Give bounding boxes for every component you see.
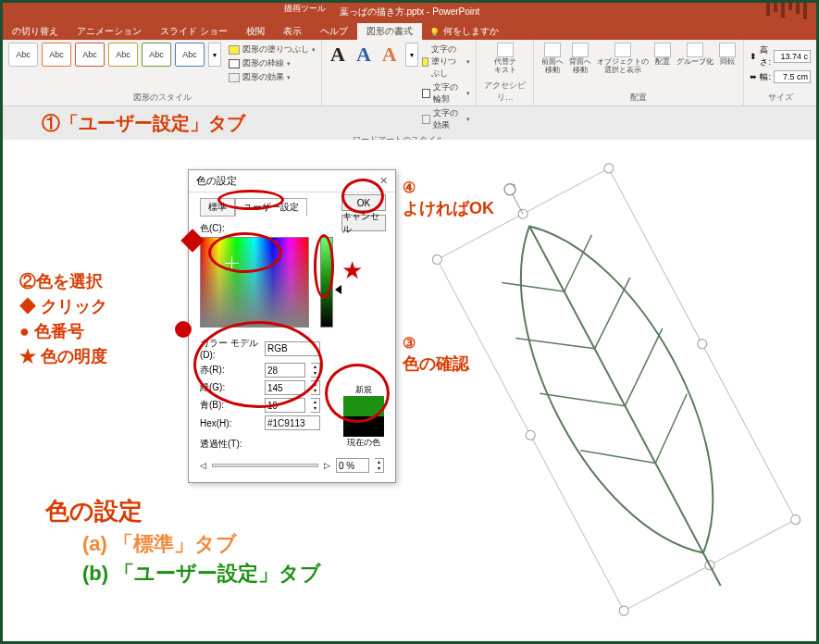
shape-fill-button[interactable]: 図形の塗りつぶし▾ [229, 43, 316, 56]
luminance-pointer[interactable] [335, 285, 341, 294]
svg-point-3 [617, 604, 630, 617]
tell-me[interactable]: 何をしますか [422, 23, 506, 40]
selection-pane-button[interactable]: オブジェクトの 選択と表示 [595, 43, 651, 75]
title-decoration [766, 3, 809, 19]
outline-icon [229, 59, 240, 68]
width-label: 幅: [760, 71, 771, 83]
style-preset[interactable]: Abc [8, 43, 38, 67]
svg-line-16 [602, 328, 687, 406]
svg-point-8 [696, 338, 709, 351]
red-input[interactable] [265, 363, 305, 378]
blue-input[interactable] [265, 398, 305, 413]
ok-button[interactable]: OK [341, 194, 386, 211]
new-color-swatch [343, 396, 384, 416]
group-icon [687, 43, 703, 57]
svg-point-2 [602, 162, 615, 175]
tab-view[interactable]: 表示 [274, 23, 311, 40]
color-model-select[interactable] [265, 341, 320, 356]
current-color-swatch [343, 416, 384, 437]
gallery-more-icon[interactable]: ▾ [208, 43, 221, 67]
transparency-label: 透過性(T): [200, 438, 242, 451]
wordart-gallery[interactable]: A A A ▾ [328, 43, 418, 67]
bulb-icon [429, 27, 440, 37]
dialog-titlebar[interactable]: 色の設定 ✕ [189, 170, 395, 192]
rotate-icon [719, 43, 736, 57]
align-icon [654, 43, 671, 57]
annotation-option-b: (b) 「ユーザー設定」タブ [82, 560, 321, 588]
tab-help[interactable]: ヘルプ [311, 23, 357, 40]
spectrum-cursor[interactable] [227, 258, 237, 268]
transparency-slider[interactable] [212, 464, 318, 467]
style-preset[interactable]: Abc [75, 43, 105, 67]
bring-forward-button[interactable]: 前面へ 移動 [540, 43, 565, 75]
height-row: ⬍ 高さ: [750, 44, 811, 68]
green-input[interactable] [265, 380, 305, 395]
height-icon: ⬍ [750, 52, 757, 61]
tab-animation[interactable]: アニメーション [68, 23, 151, 40]
tab-shape-format[interactable]: 図形の書式 [357, 23, 422, 40]
tab-custom[interactable]: ユーザー設定 [235, 198, 307, 217]
green-spinner[interactable]: ▴▾ [311, 380, 320, 395]
red-spinner[interactable]: ▴▾ [311, 363, 320, 378]
shape-style-gallery[interactable]: Abc Abc Abc Abc Abc Abc ▾ 図形の塗りつぶし▾ 図形の枠… [8, 43, 316, 84]
red-label: 赤(R): [200, 364, 259, 377]
svg-point-10 [503, 182, 517, 197]
align-label: 配置 [655, 58, 670, 67]
fill-icon [422, 57, 428, 67]
svg-point-4 [789, 514, 802, 526]
color-spectrum[interactable] [200, 237, 309, 328]
tab-slideshow[interactable]: スライド ショー [151, 23, 237, 40]
luminance-slider[interactable] [320, 237, 333, 328]
height-label: 高さ: [760, 44, 771, 68]
height-input[interactable] [774, 50, 811, 63]
tab-standard[interactable]: 標準 [200, 198, 235, 217]
text-effects-button[interactable]: 文字の効果▾ [422, 106, 470, 132]
group-button[interactable]: グループ化 [675, 43, 715, 75]
dialog-title: 色の設定 [196, 174, 237, 188]
wordart-preset[interactable]: A [379, 43, 400, 67]
gallery-more-icon[interactable]: ▾ [405, 43, 418, 67]
send-backward-button[interactable]: 背面へ 移動 [567, 43, 593, 75]
alt-text-button[interactable]: 代替テ キスト [482, 43, 528, 75]
svg-line-19 [580, 422, 655, 491]
svg-line-9 [512, 193, 523, 214]
text-style-group: 文字の塗りつぶし▾ 文字の輪郭▾ 文字の効果▾ [422, 43, 470, 132]
width-input[interactable] [774, 70, 811, 83]
cancel-button[interactable]: キャンセル [341, 215, 386, 231]
shape-fill-label: 図形の塗りつぶし [242, 43, 309, 56]
hex-input[interactable] [265, 415, 320, 430]
style-preset[interactable]: Abc [42, 43, 71, 67]
text-fill-button[interactable]: 文字の塗りつぶし▾ [422, 43, 470, 80]
style-preset[interactable]: Abc [175, 43, 205, 67]
green-label: 緑(G): [200, 381, 259, 394]
color-model-label: カラー モデル(D): [200, 337, 259, 360]
slide-canvas[interactable]: 色の設定 ✕ 標準 ユーザー設定 OK キャンセル 色(C): カラー モデル(… [3, 140, 816, 641]
wordart-preset[interactable]: A [328, 43, 348, 67]
style-preset[interactable]: Abc [142, 43, 171, 67]
transparency-spinner[interactable]: ▴▾ [375, 458, 384, 473]
svg-line-14 [573, 278, 651, 349]
group-label-size: サイズ [750, 92, 811, 104]
annotation-option-a: (a) 「標準」タブ [82, 530, 237, 558]
shape-outline-button[interactable]: 図形の枠線▾ [229, 56, 316, 70]
tab-review[interactable]: 校閲 [237, 23, 274, 40]
group-label-styles: 図形のスタイル [8, 92, 316, 104]
align-button[interactable]: 配置 [652, 43, 673, 75]
group-label-accessibility: アクセシビリ… [482, 80, 528, 104]
effects-icon [229, 73, 240, 82]
svg-line-12 [547, 235, 609, 291]
tab-transition[interactable]: の切り替え [3, 23, 68, 40]
color-dialog[interactable]: 色の設定 ✕ 標準 ユーザー設定 OK キャンセル 色(C): カラー モデル(… [188, 169, 396, 483]
shape-effects-button[interactable]: 図形の効果▾ [229, 70, 316, 84]
text-outline-button[interactable]: 文字の輪郭▾ [422, 80, 470, 106]
svg-line-18 [634, 394, 709, 464]
transparency-input[interactable] [336, 458, 369, 473]
leaf-shape[interactable] [422, 149, 811, 630]
selection-pane-icon [614, 43, 631, 57]
wordart-preset[interactable]: A [354, 43, 374, 67]
blue-spinner[interactable]: ▴▾ [311, 398, 320, 413]
close-icon[interactable]: ✕ [379, 175, 388, 187]
rotate-button[interactable]: 回転 [717, 43, 738, 75]
shape-effects-label: 図形の効果 [242, 71, 284, 83]
style-preset[interactable]: Abc [108, 43, 138, 67]
